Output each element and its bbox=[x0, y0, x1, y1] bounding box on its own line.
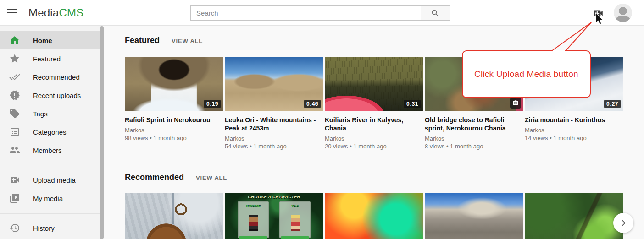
annotation-text: Click Upload Media button bbox=[474, 69, 578, 79]
game-character-sprite bbox=[291, 215, 300, 231]
avatar-head bbox=[619, 7, 627, 15]
sidebar-item-upload-media[interactable]: Upload media bbox=[0, 171, 100, 189]
sidebar-item-label: Categories bbox=[33, 128, 67, 136]
section-title-recommended: Recommended bbox=[125, 173, 184, 182]
app-logo[interactable]: MediaCMS bbox=[28, 6, 83, 19]
menu-icon[interactable] bbox=[7, 8, 18, 18]
chevron-right-icon bbox=[619, 218, 628, 228]
media-thumbnail[interactable]: 0:19 bbox=[125, 57, 223, 111]
sidebar-item-history[interactable]: History bbox=[0, 219, 100, 237]
game-select-button: Select bbox=[281, 236, 309, 239]
avatar-shoulders bbox=[616, 16, 630, 22]
game-character-panel: YAA bbox=[279, 201, 311, 238]
duration-badge: 0:19 bbox=[204, 100, 221, 108]
media-thumbnail[interactable] bbox=[125, 193, 223, 239]
top-bar: MediaCMS bbox=[0, 0, 644, 26]
media-views: 20 views • 1 month ago bbox=[325, 142, 423, 150]
callout-tail-line bbox=[566, 22, 591, 51]
game-character-name: YAA bbox=[280, 204, 310, 208]
sidebar-item-label: Tags bbox=[33, 110, 48, 118]
sidebar-item-label: Recent uploads bbox=[33, 92, 81, 99]
tag-icon bbox=[9, 108, 20, 119]
upload-media-icon[interactable] bbox=[592, 7, 604, 19]
search-bar bbox=[190, 5, 450, 21]
done-all-icon bbox=[9, 71, 20, 82]
media-author: Markos bbox=[125, 126, 223, 134]
media-title[interactable]: Koiliaris River in Kalyves, Chania bbox=[325, 116, 423, 132]
video-call-icon bbox=[9, 174, 20, 185]
sidebar-item-recommended[interactable]: Recommended bbox=[0, 68, 100, 86]
game-character-panel: KWAME bbox=[238, 201, 269, 238]
list-alt-icon bbox=[9, 126, 20, 137]
sidebar-item-label: Home bbox=[33, 37, 52, 44]
media-thumbnail[interactable]: 0:31 bbox=[325, 57, 423, 111]
media-views: 54 views • 1 month ago bbox=[225, 142, 323, 150]
sidebar-item-recent-uploads[interactable]: Recent uploads bbox=[0, 86, 100, 104]
media-thumbnail[interactable] bbox=[325, 193, 423, 239]
featured-view-all-link[interactable]: VIEW ALL bbox=[172, 38, 203, 44]
media-thumbnail[interactable]: 0:46 bbox=[225, 57, 323, 111]
sidebar-divider bbox=[0, 213, 100, 214]
sidebar-item-tags[interactable]: Tags bbox=[0, 104, 100, 123]
camera-icon bbox=[512, 100, 519, 106]
media-card[interactable]: 0:46 Leuka Ori - White mountains - Peak … bbox=[225, 57, 323, 150]
carousel-next-button[interactable] bbox=[613, 213, 633, 233]
media-card[interactable] bbox=[425, 193, 523, 239]
annotation-callout: Click Upload Media button bbox=[462, 50, 591, 98]
sidebar-item-label: Members bbox=[33, 147, 62, 154]
media-card[interactable] bbox=[525, 193, 623, 239]
video-library-icon bbox=[9, 193, 20, 204]
media-author: Markos bbox=[225, 135, 323, 142]
sidebar-item-members[interactable]: Members bbox=[0, 141, 100, 159]
media-views: 98 views • 1 month ago bbox=[125, 134, 223, 142]
search-input[interactable] bbox=[190, 5, 421, 21]
media-card[interactable]: 0:19 Rafioli Sprint in Nerokourou Markos… bbox=[125, 57, 223, 150]
sidebar-item-my-media[interactable]: My media bbox=[0, 189, 100, 207]
game-screen-title: CHOOSE A CHARACTER bbox=[225, 195, 323, 199]
media-title[interactable]: Leuka Ori - White mountains - Peak at 24… bbox=[225, 116, 323, 132]
section-title-featured: Featured bbox=[125, 36, 160, 45]
media-author: Markos bbox=[425, 135, 523, 142]
callout-tail-line bbox=[552, 22, 591, 51]
media-card[interactable]: CHOOSE A CHARACTER KWAME YAA Selected Se… bbox=[225, 193, 323, 239]
duration-badge: 0:27 bbox=[604, 100, 621, 108]
sidebar-item-featured[interactable]: Featured bbox=[0, 49, 100, 68]
recommended-view-all-link[interactable]: VIEW ALL bbox=[196, 174, 227, 181]
media-card[interactable] bbox=[125, 193, 223, 239]
sidebar-item-label: History bbox=[33, 224, 55, 232]
search-button[interactable] bbox=[421, 5, 450, 21]
media-title[interactable]: Rafioli Sprint in Nerokourou bbox=[125, 116, 223, 124]
media-thumbnail[interactable] bbox=[525, 193, 623, 239]
media-author: Markos bbox=[325, 135, 423, 142]
user-avatar[interactable] bbox=[614, 4, 632, 22]
sidebar-divider bbox=[0, 168, 100, 168]
game-selected-button: Selected bbox=[239, 236, 267, 239]
new-releases-icon bbox=[9, 90, 20, 101]
media-card[interactable] bbox=[325, 193, 423, 239]
media-author: Markos bbox=[525, 126, 623, 134]
media-views: 8 views • 1 month ago bbox=[425, 142, 523, 150]
media-thumbnail[interactable] bbox=[425, 193, 523, 239]
logo-media: Media bbox=[28, 6, 59, 19]
media-views: 14 views • 1 month ago bbox=[525, 134, 623, 142]
media-thumbnail[interactable]: CHOOSE A CHARACTER KWAME YAA Selected Se… bbox=[225, 193, 323, 239]
game-character-name: KWAME bbox=[239, 204, 268, 208]
sidebar-item-home[interactable]: Home bbox=[0, 31, 100, 49]
sidebar-item-label: My media bbox=[33, 195, 63, 202]
media-card[interactable]: 0:31 Koiliaris River in Kalyves, Chania … bbox=[325, 57, 423, 150]
recommended-row: CHOOSE A CHARACTER KWAME YAA Selected Se… bbox=[125, 193, 623, 239]
duration-badge: 0:46 bbox=[304, 100, 321, 108]
home-icon bbox=[9, 35, 20, 46]
duration-badge: 0:31 bbox=[404, 100, 421, 108]
photo-type-badge bbox=[510, 98, 521, 109]
sidebar-item-label: Featured bbox=[33, 55, 61, 63]
sidebar-item-categories[interactable]: Categories bbox=[0, 123, 100, 141]
history-icon bbox=[9, 223, 20, 234]
media-title[interactable]: Old bridge close to Rafioli sprint, Nero… bbox=[425, 116, 523, 132]
people-icon bbox=[9, 145, 20, 156]
logo-cms: CMS bbox=[59, 6, 83, 19]
sidebar-scrollbar[interactable] bbox=[100, 26, 104, 239]
game-character-sprite bbox=[249, 215, 258, 231]
media-title[interactable]: Ziria mountain - Korinthos bbox=[525, 116, 623, 124]
star-icon bbox=[9, 53, 20, 64]
